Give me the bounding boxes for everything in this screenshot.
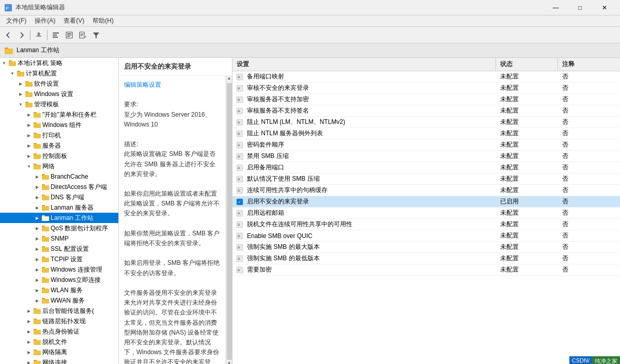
settings-row-13[interactable]: ≡脱机文件在连续可用性共享中的可用性未配置否 bbox=[233, 219, 620, 230]
tree-item-start-menu[interactable]: ▶"开始"菜单和任务栏 bbox=[0, 109, 118, 120]
tree-expander-win-instant-conn[interactable]: ▶ bbox=[33, 276, 41, 284]
settings-row-9[interactable]: ≡默认情况下使用 SMB 压缩未配置否 bbox=[233, 173, 620, 185]
forward-button[interactable] bbox=[16, 29, 28, 41]
back-button[interactable] bbox=[2, 29, 14, 41]
scroll-up-btn[interactable]: ▲ bbox=[226, 76, 233, 82]
export-button[interactable]: ↗ bbox=[76, 29, 89, 41]
tree-item-qos[interactable]: ▶QoS 数据包计划程序 bbox=[0, 223, 118, 233]
tree-expander-printer[interactable]: ▶ bbox=[25, 131, 33, 139]
tree-item-network[interactable]: ▼网络 bbox=[0, 161, 118, 171]
settings-row-8[interactable]: ≡启用备用端口未配置否 bbox=[233, 162, 620, 173]
tree-expander-tcpip[interactable]: ▶ bbox=[33, 255, 41, 263]
tree-item-dns-client[interactable]: ▶DNS 客户端 bbox=[0, 192, 118, 202]
tree-item-branchcache[interactable]: ▶BranchCache bbox=[0, 171, 118, 182]
tree-expander-windows-components[interactable]: ▶ bbox=[25, 121, 33, 129]
tree-item-offline-files[interactable]: ▶脱机文件 bbox=[0, 337, 118, 347]
tree-item-windows-settings[interactable]: ▶Windows 设置 bbox=[0, 89, 118, 99]
col-note-header[interactable]: 注释 bbox=[558, 58, 620, 71]
col-setting-header[interactable]: 设置 bbox=[233, 58, 496, 71]
minimize-button[interactable]: — bbox=[544, 0, 567, 15]
settings-row-4[interactable]: ≡阻止 NTLM (LM、NTLM、NTLMv2)未配置否 bbox=[233, 117, 620, 128]
tree-expander-qos[interactable]: ▶ bbox=[33, 224, 41, 232]
menu-help[interactable]: 帮助(H) bbox=[88, 15, 118, 26]
settings-row-2[interactable]: ≡审核服务器不支持加密未配置否 bbox=[233, 94, 620, 105]
close-button[interactable]: ✕ bbox=[593, 0, 616, 15]
tree-expander-bg-intelligent[interactable]: ▶ bbox=[25, 307, 33, 315]
tree-item-windows-components[interactable]: ▶Windows 组件 bbox=[0, 120, 118, 130]
settings-row-14[interactable]: ≡Enable SMB over QUIC未配置否 bbox=[233, 230, 620, 242]
properties-button[interactable] bbox=[63, 29, 75, 41]
tree-item-tcpip[interactable]: ▶TCPIP 设置 bbox=[0, 254, 118, 264]
tree-expander-hotspot-auth[interactable]: ▶ bbox=[25, 327, 33, 336]
settings-row-3[interactable]: ≡审核服务器不支持签名未配置否 bbox=[233, 105, 620, 117]
tree-expander-wwan[interactable]: ▶ bbox=[33, 296, 41, 305]
tree-item-bg-intelligent[interactable]: ▶后台智能传送服务( bbox=[0, 306, 118, 316]
tree-item-lanman-workstation[interactable]: ▶Lanman 工作站 bbox=[0, 213, 118, 223]
tree-expander-windows-settings[interactable]: ▶ bbox=[17, 90, 25, 98]
tree-expander-lanman-workstation[interactable]: ▶ bbox=[33, 214, 41, 222]
tree-expander-start-menu[interactable]: ▶ bbox=[25, 110, 33, 119]
tree-expander-software-settings[interactable]: ▶ bbox=[17, 80, 25, 88]
settings-row-0[interactable]: ≡备用端口映射未配置否 bbox=[233, 71, 620, 83]
tree-item-wwan[interactable]: ▶WWAN 服务 bbox=[0, 295, 118, 306]
tree-expander-net-isolation[interactable]: ▶ bbox=[25, 348, 33, 356]
tree-expander-local-policy[interactable]: ▼ bbox=[0, 59, 8, 67]
tree-item-link-layer[interactable]: ▶链路层拓扑发现 bbox=[0, 316, 118, 326]
show-hide-button[interactable] bbox=[50, 29, 62, 41]
up-button[interactable] bbox=[33, 29, 45, 41]
tree-expander-offline-files[interactable]: ▶ bbox=[25, 338, 33, 346]
tree-item-hotspot-auth[interactable]: ▶热点身份验证 bbox=[0, 326, 118, 337]
tree-expander-network[interactable]: ▼ bbox=[25, 162, 33, 170]
tree-expander-admin-templates[interactable]: ▼ bbox=[17, 100, 25, 108]
tree-expander-ssl-config[interactable]: ▶ bbox=[33, 245, 41, 253]
tree-item-server[interactable]: ▶服务器 bbox=[0, 140, 118, 151]
col-status-header[interactable]: 状态 bbox=[496, 58, 558, 71]
tree-expander-lanman-server[interactable]: ▶ bbox=[33, 203, 41, 212]
tree-expander-wlan[interactable]: ▶ bbox=[33, 286, 41, 294]
filter-button[interactable] bbox=[90, 29, 102, 41]
settings-row-6[interactable]: ≡密码套件顺序未配置否 bbox=[233, 139, 620, 151]
tree-item-software-settings[interactable]: ▶软件设置 bbox=[0, 78, 118, 89]
settings-row-1[interactable]: ≡审核不安全的来宾登录未配置否 bbox=[233, 83, 620, 94]
tree-expander-branchcache[interactable]: ▶ bbox=[33, 172, 41, 181]
tree-expander-computer-config[interactable]: ▼ bbox=[8, 69, 17, 77]
tree-item-win-conn-mgr[interactable]: ▶Windows 连接管理 bbox=[0, 264, 118, 275]
tree-expander-directaccess[interactable]: ▶ bbox=[33, 183, 41, 191]
menu-action[interactable]: 操作(A) bbox=[30, 15, 59, 26]
settings-row-11[interactable]: ✓启用不安全的来宾登录已启用否 bbox=[233, 196, 620, 208]
tree-expander-dns-client[interactable]: ▶ bbox=[33, 193, 41, 201]
settings-row-5[interactable]: ≡阻止 NTLM 服务器例外列表未配置否 bbox=[233, 128, 620, 139]
tree-expander-snmp[interactable]: ▶ bbox=[33, 234, 41, 243]
settings-row-12[interactable]: ≡启用远程邮箱未配置否 bbox=[233, 208, 620, 219]
tree-item-ssl-config[interactable]: ▶SSL 配置设置 bbox=[0, 244, 118, 254]
edit-policy-link[interactable]: 编辑策略设置 bbox=[124, 81, 161, 88]
tree-item-snmp[interactable]: ▶SNMP bbox=[0, 233, 118, 244]
tree-item-computer-config[interactable]: ▼计算机配置 bbox=[0, 68, 118, 78]
tree-expander-win-conn-mgr[interactable]: ▶ bbox=[33, 265, 41, 274]
scroll-down-btn[interactable]: ▼ bbox=[226, 361, 233, 364]
settings-row-15[interactable]: ≡强制实施 SMB 的最大版本未配置否 bbox=[233, 242, 620, 253]
tree-item-win-instant-conn[interactable]: ▶Windows立即连接 bbox=[0, 275, 118, 285]
tree-item-net-isolation[interactable]: ▶网络隔离 bbox=[0, 347, 118, 357]
menu-view[interactable]: 查看(V) bbox=[59, 15, 88, 26]
tree-item-wlan[interactable]: ▶WLAN 服务 bbox=[0, 285, 118, 295]
tree-expander-control-panel[interactable]: ▶ bbox=[25, 152, 33, 160]
tree-item-directaccess[interactable]: ▶DirectAccess 客户端 bbox=[0, 182, 118, 192]
tree-item-lanman-server[interactable]: ▶Lanman 服务器 bbox=[0, 202, 118, 213]
settings-row-7[interactable]: ≡禁用 SMB 压缩未配置否 bbox=[233, 151, 620, 162]
menu-file[interactable]: 文件(F) bbox=[2, 15, 30, 26]
maximize-button[interactable]: □ bbox=[568, 0, 592, 15]
settings-row-10[interactable]: ≡连续可用性共享中的句柄缓存未配置否 bbox=[233, 185, 620, 196]
scroll-bar[interactable]: ▲ ▼ bbox=[226, 76, 232, 364]
tree-item-printer[interactable]: ▶打印机 bbox=[0, 130, 118, 140]
settings-row-name-2: 审核服务器不支持加密 bbox=[245, 95, 496, 104]
tree-item-local-policy[interactable]: ▼本地计算机 策略 bbox=[0, 58, 118, 68]
settings-row-16[interactable]: ≡强制实施 SMB 的最低版本未配置否 bbox=[233, 253, 620, 264]
tree-expander-net-conn[interactable]: ▶ bbox=[25, 358, 33, 364]
tree-item-control-panel[interactable]: ▶控制面板 bbox=[0, 151, 118, 161]
tree-expander-server[interactable]: ▶ bbox=[25, 141, 33, 150]
tree-item-admin-templates[interactable]: ▼管理模板 bbox=[0, 99, 118, 109]
tree-expander-link-layer[interactable]: ▶ bbox=[25, 317, 33, 325]
settings-row-17[interactable]: ≡需要加密未配置否 bbox=[233, 264, 620, 276]
tree-item-net-conn[interactable]: ▶网络连接 bbox=[0, 357, 118, 364]
